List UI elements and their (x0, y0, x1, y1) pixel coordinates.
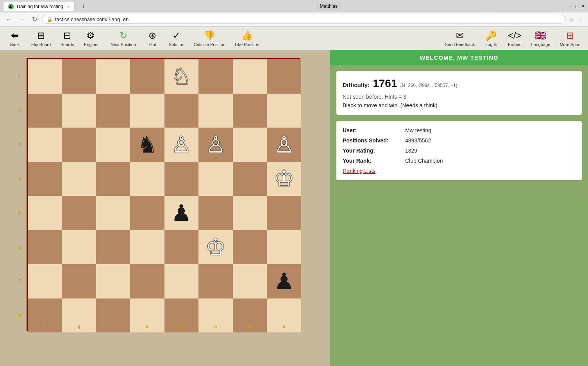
login-item[interactable]: 🔑 Log In (479, 28, 503, 48)
board-cell-6-1[interactable] (62, 264, 96, 298)
rank-label: Your Rank: (343, 158, 405, 164)
board-cell-6-0[interactable] (28, 264, 62, 298)
board-cell-6-5[interactable] (198, 264, 233, 298)
board-cell-0-1[interactable] (62, 59, 96, 94)
board-cell-0-4[interactable]: ♘ (164, 59, 199, 94)
board-cell-5-0[interactable] (28, 230, 62, 265)
engine-item[interactable]: ⚙ Engine (79, 28, 102, 48)
tab-close-button[interactable]: × (67, 4, 70, 9)
board-cell-3-1[interactable] (62, 162, 96, 196)
board-cell-6-6[interactable] (233, 264, 267, 298)
board-cell-1-4[interactable] (164, 94, 199, 128)
board-cell-1-5[interactable] (198, 94, 233, 128)
close-button[interactable]: × (581, 3, 585, 9)
welcome-bar: WELCOME, MW TESTING (330, 50, 588, 65)
board-cell-2-0[interactable] (28, 128, 62, 162)
board-cell-4-1[interactable] (62, 196, 96, 230)
right-panel: WELCOME, MW TESTING Difficulty: 1761 (N=… (330, 50, 588, 366)
board-cell-3-2[interactable] (96, 162, 130, 196)
board-cell-1-2[interactable] (96, 94, 130, 128)
board-cell-6-2[interactable] (96, 264, 130, 298)
new-tab-button[interactable]: + (78, 1, 89, 11)
board-cell-1-1[interactable] (62, 94, 96, 128)
board-cell-1-0[interactable] (28, 94, 62, 128)
board-cell-4-4[interactable]: ♟ (164, 196, 199, 230)
chess-piece: ♔ (206, 236, 226, 258)
chess-piece: ♙ (171, 133, 191, 156)
board-cell-0-7[interactable] (267, 59, 301, 94)
board-cell-4-5[interactable] (198, 196, 233, 230)
board-cell-0-0[interactable] (28, 59, 62, 94)
board-cell-1-6[interactable] (233, 94, 267, 128)
chess-piece: ♔ (274, 167, 294, 190)
hint-item[interactable]: ⊛ Hint (141, 28, 164, 48)
window-controls: − □ × (568, 3, 585, 9)
engine-icon: ⚙ (86, 30, 95, 41)
ranking-link[interactable]: Ranking Lists (343, 168, 575, 174)
flip-label: Flip Board (31, 42, 51, 47)
board-cell-5-6[interactable] (233, 230, 267, 265)
boards-item[interactable]: ⊟ Boards (55, 28, 79, 48)
back-toolbar-item[interactable]: ⬅ Back (3, 28, 27, 48)
board-cell-0-6[interactable] (233, 59, 267, 94)
board-cell-5-1[interactable] (62, 230, 96, 265)
address-bar[interactable]: 🔒 tactics.chessbase.com/?lang=en (42, 15, 566, 24)
reload-button[interactable]: ↻ (30, 15, 39, 24)
minimize-button[interactable]: − (568, 4, 573, 9)
board-cell-0-2[interactable] (96, 59, 130, 94)
board-cell-3-3[interactable] (130, 162, 164, 196)
board-cell-3-4[interactable] (164, 162, 199, 196)
flip-board-item[interactable]: ⊞ Flip Board (27, 28, 55, 48)
board-cell-4-0[interactable] (28, 196, 62, 230)
criticise-item[interactable]: 👎 Criticise Position (189, 28, 230, 48)
maximize-button[interactable]: □ (575, 4, 579, 9)
next-position-item[interactable]: ↻ Next Position (106, 28, 141, 48)
board-cell-1-7[interactable] (267, 94, 301, 128)
back-nav-button[interactable]: ← (3, 15, 14, 24)
board-cell-3-7[interactable]: ♔ (267, 162, 301, 196)
chess-board[interactable]: ♘♞♙♙♙♔♟♔♟ (27, 58, 300, 331)
bookmark-button[interactable]: ☆ (568, 15, 575, 24)
more-apps-item[interactable]: ⊞ More Apps (555, 28, 585, 48)
board-cell-5-7[interactable] (267, 230, 301, 265)
board-cell-1-3[interactable] (130, 94, 164, 128)
board-cell-2-6[interactable] (233, 128, 267, 162)
menu-button[interactable]: ⋮ (577, 15, 585, 24)
rank-value: Club Champion (405, 158, 443, 164)
embed-label: Embed (508, 42, 522, 47)
board-cell-6-3[interactable] (130, 264, 164, 298)
rating-row: Your Rating: 1829 (343, 147, 575, 154)
back-icon: ⬅ (11, 30, 19, 41)
board-cell-3-0[interactable] (28, 162, 62, 196)
panel-content: Difficulty: 1761 (N=266, Ø99s, #59557, +… (330, 65, 588, 366)
board-cell-0-5[interactable] (198, 59, 233, 94)
board-cell-6-4[interactable] (164, 264, 199, 298)
language-item[interactable]: 🇬🇧 Language (526, 28, 555, 48)
board-cell-4-2[interactable] (96, 196, 130, 230)
board-cell-3-6[interactable] (233, 162, 267, 196)
like-item[interactable]: 👍 Like Position (230, 28, 264, 48)
board-cell-2-5[interactable]: ♙ (198, 128, 233, 162)
board-cell-2-7[interactable]: ♙ (267, 128, 301, 162)
solution-item[interactable]: ✓ Solution (164, 28, 189, 48)
board-cell-6-7[interactable]: ♟ (267, 264, 301, 298)
board-cell-4-6[interactable] (233, 196, 267, 230)
forward-nav-button[interactable]: → (16, 15, 27, 24)
board-cell-5-3[interactable] (130, 230, 164, 265)
file-g: g (62, 322, 96, 331)
rank-8: 8 (13, 298, 27, 333)
board-cell-3-5[interactable] (198, 162, 233, 196)
board-cell-2-1[interactable] (62, 128, 96, 162)
board-cell-5-2[interactable] (96, 230, 130, 265)
board-cell-2-4[interactable]: ♙ (164, 128, 199, 162)
embed-item[interactable]: </> Embed (503, 28, 526, 48)
board-cell-5-4[interactable] (164, 230, 199, 265)
board-cell-0-3[interactable] (130, 59, 164, 94)
board-cell-2-3[interactable]: ♞ (130, 128, 164, 162)
feedback-item[interactable]: ✉ Send Feedback (440, 28, 479, 48)
board-cell-5-5[interactable]: ♔ (198, 230, 233, 265)
board-cell-2-2[interactable] (96, 128, 130, 162)
board-cell-4-3[interactable] (130, 196, 164, 230)
browser-tab[interactable]: ♟ Training for Mw testing × (3, 1, 75, 11)
board-cell-4-7[interactable] (267, 196, 301, 230)
